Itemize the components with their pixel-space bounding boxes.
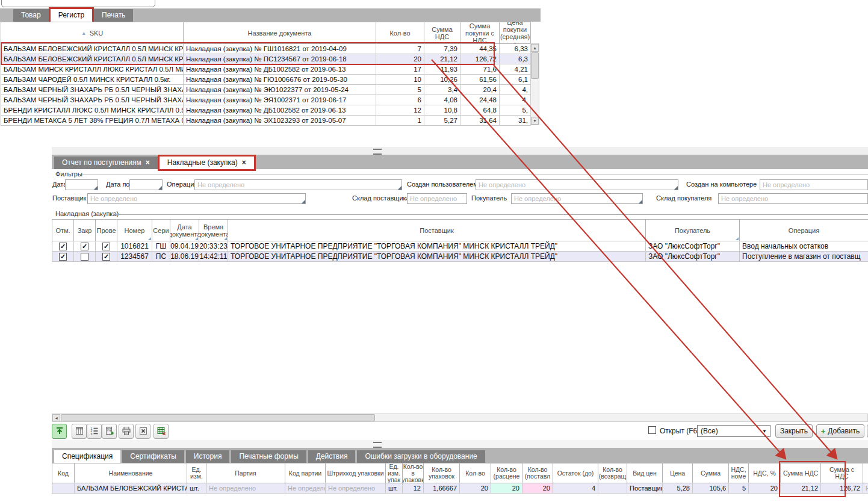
cell[interactable]: 6,33 (500, 44, 531, 54)
invoice-cell[interactable]: 1016821 (117, 241, 152, 252)
scrollbar-thumb[interactable] (531, 52, 539, 79)
invoice-cell[interactable]: 1234567 (117, 252, 152, 262)
cell[interactable]: БАЛЬЗАМ ЧЕРНЫЙ ЗНАХАРЬ РБ 0.5Л ЧЕРНЫЙ ЗН… (1, 85, 184, 95)
checkbox-icon[interactable] (81, 253, 88, 261)
spec-cell[interactable]: 1,66667 (424, 483, 460, 494)
invoice-column-header-4[interactable]: Сери (152, 220, 170, 241)
cell[interactable]: Накладная (закупка) № ЭХ1023293 от 2019-… (184, 116, 376, 126)
cell[interactable]: БАЛЬЗАМ ЧЕРНЫЙ ЗНАХАРЬ РБ 0.5Л ЧЕРНЫЙ ЗН… (1, 95, 184, 105)
invoice-cell[interactable]: Ввод начальных остатков (740, 241, 868, 252)
table-row[interactable]: БАЛЬЗАМ БЕЛОВЕЖСКИЙ КРИСТАЛЛ 0.5Л МИНСК … (1, 54, 531, 64)
spec-cell[interactable]: Поставщика (627, 483, 663, 494)
cell[interactable]: 71,6 (460, 64, 500, 75)
invoice-cell[interactable]: ✓ (74, 241, 96, 252)
invoice-cell[interactable]: 09.04.19 (170, 241, 199, 252)
invoice-cell[interactable]: 18.06.19 (170, 252, 199, 262)
close-icon[interactable]: × (146, 160, 150, 166)
invoice-cell[interactable]: 14:42:11 (199, 252, 228, 262)
cell[interactable]: 21,12 (424, 54, 460, 64)
invoice-cell[interactable]: ✓ (52, 241, 74, 252)
filter-input-Склад поставщика[interactable] (407, 193, 467, 204)
column-header-2[interactable]: Кол-во (376, 22, 424, 44)
spec-cell[interactable] (598, 483, 627, 494)
filter-input-Дата по[interactable] (129, 179, 163, 190)
spec-tab-Спецификация[interactable]: Спецификация (54, 450, 120, 463)
spec-tab-Сертификаты[interactable]: Сертификаты (122, 450, 184, 463)
invoice-column-header-1[interactable]: Закр (74, 220, 96, 241)
cell[interactable]: Накладная (закупка) № ДБ1002582 от 2019-… (184, 105, 376, 116)
cell[interactable]: БАЛЬЗАМ МИНСК КРИСТАЛЛ ЛЮКС КРИСТАЛ 0.5Л… (1, 64, 184, 75)
invoice-cell[interactable]: Поступление в магазин от поставщ (740, 252, 868, 262)
spec-tab-Ошибки загрузки в оборудование[interactable]: Ошибки загрузки в оборудование (357, 450, 485, 463)
doc-tab-Накладные (закупка)[interactable]: Накладные (закупка)× (160, 156, 254, 169)
cell[interactable]: 31,64 (460, 116, 500, 126)
table-row[interactable]: БАЛЬЗАМ ЧАРОДЕЙ 0.5Л МИНСК КРИСТАЛЛ 0.5к… (1, 75, 531, 85)
cell[interactable]: 4,08 (424, 95, 460, 105)
scroll-up-icon[interactable]: ▲ (531, 44, 539, 52)
filter-input-Склад покупателя[interactable] (718, 193, 868, 204)
invoice-cell[interactable]: ГШ (152, 241, 170, 252)
cell[interactable]: 6,3 (500, 54, 531, 64)
spec-cell[interactable]: 20 (460, 483, 491, 494)
close-button[interactable]: Закрыть (775, 424, 813, 438)
filter-input-field[interactable] (65, 179, 98, 190)
cell[interactable]: 126,72 (460, 54, 500, 64)
cell[interactable]: БАЛЬЗАМ ЧАРОДЕЙ 0.5Л МИНСК КРИСТАЛЛ 0.5к… (1, 75, 184, 85)
spec-column-header-8[interactable]: Кол-во упаковок (424, 463, 460, 483)
cell[interactable]: 61,56 (460, 75, 500, 85)
spec-tab-История[interactable]: История (186, 450, 230, 463)
column-header-4[interactable]: Сумма покупки с НДС (460, 22, 500, 44)
cell[interactable]: Накладная (закупка) № ГЮ1006676 от 2019-… (184, 75, 376, 85)
spec-tab-Действия[interactable]: Действия (308, 450, 356, 463)
filter-input-field[interactable] (129, 179, 163, 190)
cell[interactable]: 12 (376, 105, 424, 116)
splitter-grip-icon[interactable] (373, 442, 382, 448)
cell[interactable]: 4, (500, 85, 531, 95)
invoice-column-header-0[interactable]: Отм. (52, 220, 74, 241)
cell[interactable]: 17 (376, 64, 424, 75)
add-button[interactable]: + Добавить (816, 424, 864, 438)
invoice-column-header-9[interactable]: Операция (740, 220, 868, 241)
spec-cell[interactable]: БАЛЬЗАМ БЕЛОВЕЖСКИЙ КРИСТАЛ (75, 483, 187, 494)
invoice-cell[interactable]: ✓ (52, 252, 74, 262)
splitter-grip-icon[interactable] (373, 149, 382, 155)
filter-dropdown[interactable]: (Все) ▼ (697, 425, 770, 437)
filter-input-field[interactable] (407, 193, 467, 204)
spec-column-header-19[interactable]: Сумма НДС (781, 463, 821, 483)
filter-input-field[interactable] (718, 193, 868, 204)
column-header-5[interactable]: Цена покупки (средняя) с (500, 22, 531, 44)
scroll-left-icon[interactable]: ◄ (52, 414, 60, 421)
spec-column-header-3[interactable]: Партия (206, 463, 285, 483)
cell[interactable]: Накладная (закупка) № ПС1234567 от 2019-… (184, 54, 376, 64)
cell[interactable]: 31, (500, 116, 531, 126)
spec-column-header-6[interactable]: Ед. изм. упак (386, 463, 403, 483)
invoice-cell[interactable]: ✓ (96, 252, 117, 262)
spec-column-header-21[interactable] (863, 463, 868, 483)
filter-input-field[interactable] (476, 179, 678, 190)
checkbox-icon[interactable]: ✓ (102, 253, 110, 261)
print-button[interactable] (119, 424, 134, 439)
invoice-cell[interactable] (74, 252, 96, 262)
spec-cell[interactable]: Не определено (206, 483, 285, 494)
open-f6-checkbox[interactable] (648, 426, 656, 435)
spec-column-header-10[interactable]: Кол-во (расцене (491, 463, 522, 483)
cell[interactable]: 1 (376, 116, 424, 126)
spec-column-header-2[interactable]: Ед. изм. (187, 463, 206, 483)
cell[interactable]: БАЛЬЗАМ БЕЛОВЕЖСКИЙ КРИСТАЛЛ 0.5Л МИНСК … (1, 54, 184, 64)
table-row[interactable]: БАЛЬЗАМ ЧЕРНЫЙ ЗНАХАРЬ РБ 0.5Л ЧЕРНЫЙ ЗН… (1, 85, 531, 95)
invoice-cell[interactable]: 20:33:23 (199, 241, 228, 252)
spec-cell[interactable]: 20 (749, 483, 781, 494)
close-icon[interactable]: × (242, 160, 246, 166)
cell[interactable]: 5,27 (424, 116, 460, 126)
spec-cell[interactable]: Не определе (285, 483, 326, 494)
top-tab-Товар[interactable]: Товар (13, 9, 49, 22)
spec-tab-Печатные формы[interactable]: Печатные формы (231, 450, 306, 463)
cell[interactable]: 3,4 (424, 85, 460, 95)
cell[interactable]: 5, (500, 105, 531, 116)
spec-column-header-16[interactable]: Сумма (693, 463, 729, 483)
spec-cell[interactable]: Не определено (326, 483, 386, 494)
cell[interactable]: 20 (376, 54, 424, 64)
scroll-down-icon[interactable]: ▼ (531, 117, 539, 125)
top-tab-Регистр[interactable]: Регистр (51, 9, 92, 22)
spec-column-header-4[interactable]: Код партии (285, 463, 326, 483)
